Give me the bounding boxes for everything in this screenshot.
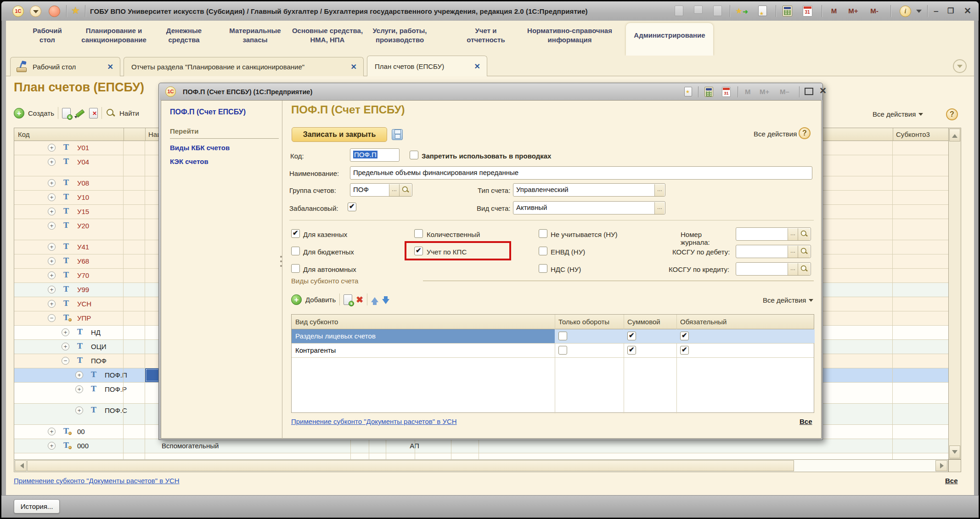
save-icon[interactable] bbox=[673, 6, 685, 17]
section-planning[interactable]: Планирование и санкционирование bbox=[70, 26, 158, 45]
tab-desktop[interactable]: Рабочий стол ✕ bbox=[10, 57, 120, 76]
subkonto-checkbox[interactable] bbox=[558, 332, 567, 340]
create-button[interactable]: Создать bbox=[28, 109, 54, 117]
subkonto-checkbox[interactable] bbox=[627, 346, 636, 355]
open-button[interactable] bbox=[798, 246, 810, 258]
expander-icon[interactable]: + bbox=[48, 257, 56, 265]
subkonto-checkbox[interactable] bbox=[680, 346, 689, 355]
favorites-list-icon[interactable]: ★ bbox=[684, 87, 692, 96]
offbalance-checkbox[interactable] bbox=[348, 203, 356, 211]
type-input[interactable]: Управленческий ... bbox=[513, 183, 665, 197]
expander-icon[interactable]: − bbox=[62, 357, 69, 365]
kosgu-credit-input[interactable]: ... bbox=[736, 262, 811, 276]
nav-link-kbk[interactable]: Виды КБК счетов bbox=[170, 144, 230, 152]
dialog-all-link[interactable]: Все bbox=[800, 417, 812, 425]
kolichestvennyi-checkbox[interactable] bbox=[414, 229, 423, 238]
group-input[interactable]: ПОФ ... bbox=[350, 183, 412, 197]
vertical-scrollbar[interactable] bbox=[948, 128, 961, 459]
favorites-list-icon[interactable]: ★ bbox=[756, 6, 768, 17]
tab-reports[interactable]: Отчеты раздела "Планирование и санкциони… bbox=[124, 57, 364, 76]
scroll-left-button[interactable] bbox=[15, 460, 27, 471]
move-down-icon[interactable] bbox=[382, 299, 389, 308]
expander-icon[interactable]: + bbox=[48, 193, 56, 201]
info-button[interactable]: i bbox=[900, 6, 911, 17]
restore-button[interactable]: ❐ bbox=[947, 6, 954, 16]
subkonto-table[interactable]: Вид субконто Только обороты Суммовой Обя… bbox=[291, 314, 814, 413]
expander-icon[interactable]: + bbox=[48, 144, 56, 152]
scroll-down-button[interactable] bbox=[949, 446, 960, 458]
memory-m-plus-button[interactable]: M+ bbox=[847, 6, 859, 17]
dialog-maximize-button[interactable] bbox=[805, 88, 813, 95]
nds-checkbox[interactable] bbox=[539, 264, 547, 273]
subkonto-row[interactable]: Разделы лицевых счетов bbox=[292, 329, 814, 344]
expander-icon[interactable]: + bbox=[75, 371, 83, 379]
expander-icon[interactable]: + bbox=[48, 300, 56, 308]
choose-button[interactable]: ... bbox=[788, 263, 798, 275]
expander-icon[interactable]: + bbox=[48, 442, 56, 450]
section-administration[interactable]: Администрирование bbox=[627, 31, 712, 40]
expander-icon[interactable]: + bbox=[75, 385, 83, 393]
calculator-icon[interactable] bbox=[704, 87, 713, 97]
add-favorite-icon[interactable]: ★➜ bbox=[735, 6, 747, 17]
favorites-star-icon[interactable]: ★ bbox=[71, 5, 80, 16]
calendar-icon[interactable]: 31 bbox=[722, 87, 731, 97]
subkonto-row[interactable]: Контрагенты bbox=[292, 344, 814, 358]
minimize-button[interactable]: – bbox=[934, 6, 939, 16]
create-icon[interactable]: + bbox=[14, 108, 24, 118]
info-dropdown-icon[interactable] bbox=[916, 10, 922, 16]
calculator-icon[interactable] bbox=[781, 6, 793, 17]
move-up-icon[interactable] bbox=[371, 293, 378, 302]
expander-icon[interactable]: + bbox=[48, 222, 56, 230]
subkonto-usn-link[interactable]: Применение субконто "Документы расчетов"… bbox=[14, 477, 180, 485]
choose-button[interactable]: ... bbox=[389, 184, 399, 196]
choose-button[interactable]: ... bbox=[654, 202, 665, 214]
dialog-close-button[interactable]: ✕ bbox=[819, 86, 827, 96]
forbid-checkbox[interactable] bbox=[410, 151, 418, 159]
dialog-subkonto-usn-link[interactable]: Применение субконто "Документы расчетов"… bbox=[291, 417, 457, 425]
memory-m-button[interactable]: M bbox=[828, 6, 840, 17]
section-reference[interactable]: Нормативно-справочная информация bbox=[523, 26, 617, 45]
section-money[interactable]: Денежные средства bbox=[153, 26, 215, 45]
tab-list-button[interactable] bbox=[953, 59, 967, 73]
section-services[interactable]: Услуги, работы, производство bbox=[364, 26, 435, 45]
journal-input[interactable]: ... bbox=[736, 227, 811, 241]
all-link[interactable]: Все bbox=[945, 477, 958, 485]
avtonomnyh-checkbox[interactable] bbox=[291, 264, 300, 273]
search-icon[interactable] bbox=[106, 108, 116, 118]
subkonto-checkbox[interactable] bbox=[558, 346, 567, 355]
ne-uchityvaetsya-checkbox[interactable] bbox=[539, 229, 547, 238]
kind-input[interactable]: Активный ... bbox=[513, 201, 665, 214]
copy-icon[interactable]: + bbox=[62, 108, 71, 118]
expander-icon[interactable]: + bbox=[75, 406, 83, 414]
print-preview-icon[interactable] bbox=[711, 6, 723, 17]
history-button[interactable]: История... bbox=[14, 499, 60, 513]
expander-icon[interactable]: + bbox=[48, 243, 56, 251]
envd-checkbox[interactable] bbox=[539, 247, 547, 255]
choose-button[interactable]: ... bbox=[788, 228, 798, 240]
dialog-title-bar[interactable]: 1С ПОФ.П (Счет ЕПСБУ) (1С:Предприятие) ★… bbox=[160, 84, 822, 100]
name-input[interactable]: Предельные объемы финансирования передан… bbox=[350, 166, 812, 180]
edit-icon[interactable] bbox=[74, 107, 85, 118]
choose-button[interactable]: ... bbox=[788, 246, 798, 258]
horizontal-scrollbar[interactable] bbox=[14, 459, 948, 472]
find-button[interactable]: Найти bbox=[119, 109, 139, 117]
app-1c-icon[interactable]: 1С bbox=[12, 6, 24, 17]
add-button[interactable]: Добавить bbox=[305, 296, 336, 304]
open-button[interactable] bbox=[399, 184, 411, 196]
nav-link-kek[interactable]: КЭК счетов bbox=[170, 158, 208, 165]
tab-close-icon[interactable]: ✕ bbox=[107, 62, 113, 71]
section-fixed-assets[interactable]: Основные средства, НМА, НПА bbox=[291, 26, 364, 45]
quick-access-button[interactable] bbox=[49, 6, 60, 17]
scrollbar-thumb[interactable] bbox=[27, 460, 794, 471]
tab-close-icon[interactable]: ✕ bbox=[474, 62, 480, 71]
copy-icon[interactable]: + bbox=[344, 294, 352, 305]
kazennyh-checkbox[interactable] bbox=[291, 229, 300, 238]
byudzhetnyh-checkbox[interactable] bbox=[291, 247, 300, 255]
tab-chart-of-accounts[interactable]: План счетов (ЕПСБУ) ✕ bbox=[367, 56, 487, 76]
expander-icon[interactable]: + bbox=[48, 286, 56, 293]
section-desktop[interactable]: Рабочий стол bbox=[20, 26, 75, 45]
account-row-000[interactable]: +T000ВспомогательныйАП bbox=[14, 439, 949, 453]
expander-icon[interactable]: − bbox=[48, 314, 56, 322]
expander-icon[interactable]: + bbox=[62, 343, 69, 350]
subkonto-all-actions[interactable]: Все действия bbox=[763, 296, 813, 304]
